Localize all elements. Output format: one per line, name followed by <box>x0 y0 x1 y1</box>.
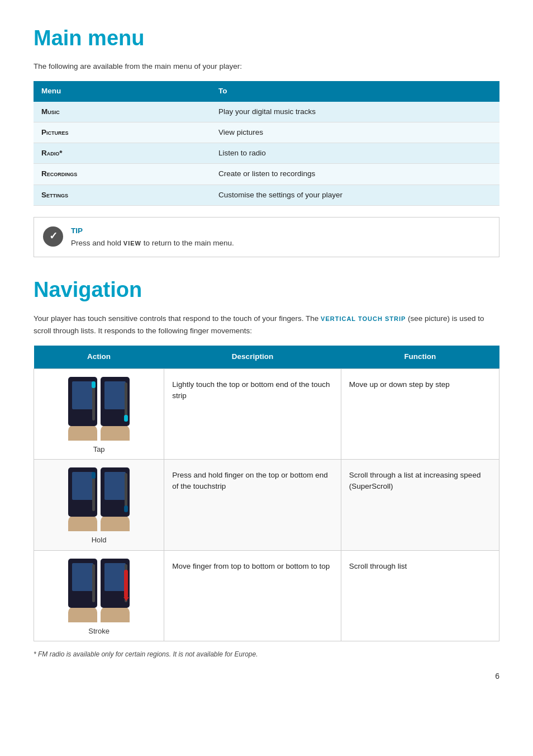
menu-to-cell: Listen to radio <box>211 143 499 164</box>
menu-item-cell: Settings <box>34 185 211 205</box>
to-col-header: To <box>211 81 499 101</box>
menu-item-cell: Pictures <box>34 122 211 143</box>
menu-table-row: Pictures View pictures <box>34 122 499 143</box>
footnote: * FM radio is available only for certain… <box>34 649 499 659</box>
hand-shape <box>101 607 130 622</box>
description-cell: Lightly touch the top or bottom end of t… <box>164 368 341 460</box>
menu-table-row: Settings Customise the settings of your … <box>34 185 499 205</box>
hand-shape <box>101 516 130 531</box>
nav-table-row: HoldPress and hold finger on the top or … <box>34 460 499 551</box>
device-illustration-stroke <box>42 559 156 622</box>
hand-shape <box>68 425 97 441</box>
description-cell: Press and hold finger on the top or bott… <box>164 460 341 551</box>
menu-to-cell: Create or listen to recordings <box>211 164 499 185</box>
menu-col-header: Menu <box>34 81 211 101</box>
action-cell: Stroke <box>34 550 164 641</box>
main-menu-subtitle: The following are available from the mai… <box>34 61 499 72</box>
hand-shape <box>68 607 97 622</box>
hand-shape <box>68 516 97 531</box>
hand-shape <box>101 425 130 441</box>
navigation-title: Navigation <box>34 274 499 306</box>
action-label: Stroke <box>42 626 156 637</box>
function-cell: Scroll through a list at increasing spee… <box>341 460 499 551</box>
main-menu-table: Menu To Music Play your digital music tr… <box>34 81 499 206</box>
device-illustration-tap <box>42 377 156 441</box>
tip-label: TIP <box>71 225 234 237</box>
function-col-header: Function <box>341 346 499 368</box>
tip-text: Press and hold VIEW to return to the mai… <box>71 238 234 249</box>
nav-desc-start: Your player has touch sensitive controls… <box>34 314 318 323</box>
action-col-header: Action <box>34 346 164 368</box>
navigation-table: Action Description Function TapLightly t… <box>34 346 499 641</box>
menu-to-cell: View pictures <box>211 122 499 143</box>
vts-label: VERTICAL TOUCH STRIP <box>321 315 406 322</box>
function-cell: Move up or down step by step <box>341 368 499 460</box>
function-cell: Scroll through list <box>341 550 499 641</box>
tip-content: TIP Press and hold VIEW to return to the… <box>71 225 234 249</box>
action-cell: Hold <box>34 460 164 551</box>
nav-description: Your player has touch sensitive controls… <box>34 313 499 337</box>
menu-to-cell: Play your digital music tracks <box>211 102 499 122</box>
description-col-header: Description <box>164 346 341 368</box>
nav-table-row: StrokeMove finger from top to bottom or … <box>34 550 499 641</box>
menu-item-cell: Music <box>34 102 211 122</box>
menu-to-cell: Customise the settings of your player <box>211 185 499 205</box>
tip-checkmark-icon: ✓ <box>43 226 63 247</box>
action-label: Hold <box>42 535 156 546</box>
menu-table-row: Radio* Listen to radio <box>34 143 499 164</box>
menu-table-row: Recordings Create or listen to recording… <box>34 164 499 185</box>
device-illustration-hold <box>42 467 156 531</box>
nav-table-row: TapLightly touch the top or bottom end o… <box>34 368 499 460</box>
action-cell: Tap <box>34 368 164 460</box>
tip-box: ✓ TIP Press and hold VIEW to return to t… <box>34 217 499 258</box>
menu-table-row: Music Play your digital music tracks <box>34 102 499 122</box>
view-keyword: VIEW <box>123 240 141 247</box>
page-number: 6 <box>34 670 499 682</box>
action-label: Tap <box>42 444 156 455</box>
menu-item-cell: Recordings <box>34 164 211 185</box>
main-menu-title: Main menu <box>34 22 499 54</box>
description-cell: Move finger from top to bottom or bottom… <box>164 550 341 641</box>
menu-item-cell: Radio* <box>34 143 211 164</box>
